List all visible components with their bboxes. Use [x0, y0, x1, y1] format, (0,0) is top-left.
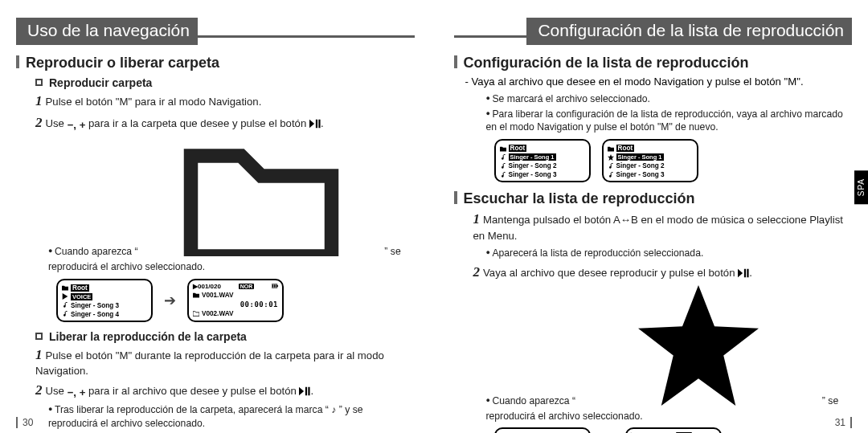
lcd-thumbnail: Root Singer - Song 1 Singer - Song 2 Sin…	[494, 139, 591, 182]
intro-line: - Vaya al archivo que desee en el modo N…	[473, 75, 853, 89]
step: 2Vaya al archivo que desee reproducir y …	[473, 263, 853, 282]
note-bullet: Cuando aparezca “ ” se reproducirá el ar…	[486, 285, 853, 423]
lcd-thumbnail: ▶001/020NOR Singer - Song 1 00:00:01 Sin…	[625, 427, 722, 433]
section-heading: Configuración de la lista de reproducció…	[454, 55, 853, 71]
lcd-row: Root VOICE Singer - Song 3 Singer - Song…	[56, 279, 415, 322]
lcd-row: Root Singer - Song 1 Singer - Song 2 Sin…	[494, 427, 853, 433]
page-left: Uso de la navegación Reproducir o libera…	[16, 18, 435, 423]
section-heading: Escuchar la lista de reproducción	[454, 190, 853, 207]
minus-plus-icon: −, +	[68, 386, 86, 400]
folder-icon	[141, 136, 382, 260]
play-pause-icon	[738, 268, 749, 282]
play-pause-icon	[299, 386, 310, 400]
lcd-row: Root Singer - Song 1 Singer - Song 2 Sin…	[494, 139, 853, 182]
page-right: Configuración de la lista de reproducció…	[435, 18, 853, 423]
play-pause-icon	[309, 118, 321, 133]
page-number: 31	[835, 417, 852, 428]
star-icon	[578, 285, 819, 410]
lcd-thumbnail: Root Singer - Song 1 Singer - Song 2 Sin…	[494, 427, 591, 433]
step: 2Use −, + para ir a la carpeta que desee…	[35, 114, 415, 133]
subsection-heading: Reproducir carpeta	[35, 76, 415, 89]
language-tab: SPA	[854, 170, 868, 204]
note-bullet: Se marcará el archivo seleccionado.	[486, 92, 853, 106]
note-bullet: Aparecerá la lista de reproducción selec…	[486, 247, 853, 260]
note-bullet: Tras liberar la reproducción de la carpe…	[48, 403, 415, 431]
lcd-thumbnail: ▶001/020NOR V001.WAV 00:00:01 V002.WAV	[187, 279, 284, 322]
subsection-heading: Liberar la reproducción de la carpeta	[35, 330, 415, 343]
note-bullet: Para liberar la configuración de la list…	[486, 108, 853, 135]
minus-plus-icon: −, +	[68, 118, 86, 133]
arrow-icon: ➔	[164, 292, 176, 309]
step: 1Pulse el botón "M" para ir al modo Navi…	[35, 92, 415, 111]
step: 2Use −, + para ir al archivo que desee y…	[35, 382, 415, 400]
running-head-text: Configuración de la lista de reproducció…	[526, 18, 852, 45]
page-number: 30	[16, 417, 33, 428]
section-heading: Reproducir o liberar carpeta	[16, 55, 415, 71]
running-head-right: Configuración de la lista de reproducció…	[454, 18, 853, 45]
lcd-thumbnail: Root VOICE Singer - Song 3 Singer - Song…	[56, 279, 153, 322]
note-bullet: Cuando aparezca “ ” se reproducirá el ar…	[48, 136, 415, 274]
step: 1Mantenga pulsado el botón A↔B en el mod…	[473, 210, 853, 243]
lcd-thumbnail: Root Singer - Song 1 Singer - Song 2 Sin…	[602, 139, 698, 182]
running-head-text: Uso de la navegación	[16, 18, 198, 45]
step: 1Pulse el botón "M" durante la reproducc…	[35, 346, 415, 379]
running-head-left: Uso de la navegación	[16, 18, 415, 45]
